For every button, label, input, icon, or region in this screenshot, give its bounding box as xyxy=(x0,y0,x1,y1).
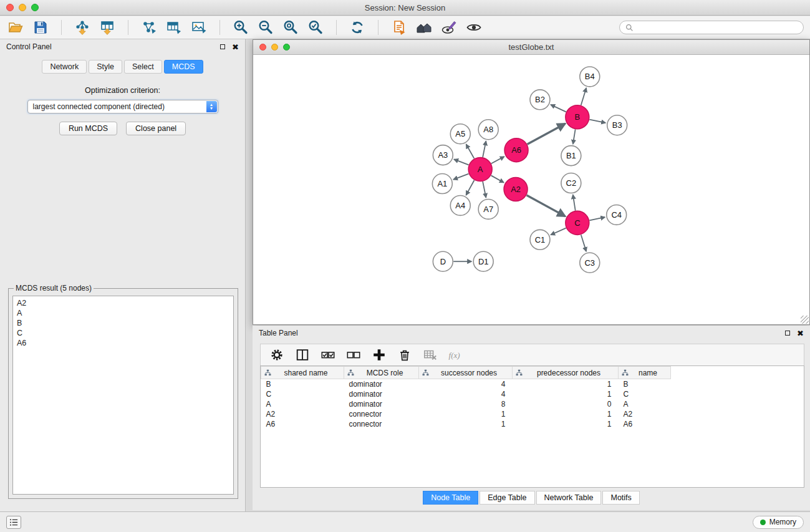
edge-B-B3[interactable] xyxy=(589,120,605,123)
resize-grip[interactable] xyxy=(801,316,809,324)
tab-select[interactable]: Select xyxy=(124,60,162,74)
cell-mcds-role: connector xyxy=(344,409,419,419)
open-folder-icon[interactable] xyxy=(6,18,25,37)
zoom-in-icon[interactable] xyxy=(231,18,250,37)
close-panel-button[interactable]: Close panel xyxy=(126,122,186,135)
add-row-icon[interactable] xyxy=(371,347,387,363)
cell-name: B xyxy=(619,379,671,389)
table-row[interactable]: Bdominator41B xyxy=(261,379,804,389)
edge-B-B4[interactable] xyxy=(581,88,587,105)
minimize-network-window-button[interactable] xyxy=(271,44,278,51)
export-web-document-icon[interactable] xyxy=(390,18,408,37)
zoom-out-icon[interactable] xyxy=(256,18,275,37)
tab-network[interactable]: Network xyxy=(42,60,87,74)
edge-B-B1[interactable] xyxy=(573,129,576,143)
edge-A-A5[interactable] xyxy=(466,144,475,158)
column-header-successor-nodes[interactable]: successor nodes xyxy=(419,367,513,379)
mcds-result-item[interactable]: B xyxy=(17,318,229,328)
table-row[interactable]: Cdominator41C xyxy=(261,389,804,399)
dropdown-stepper-icon: ▲▼ xyxy=(206,101,217,112)
edge-A6-B[interactable] xyxy=(528,123,566,144)
refresh-layout-icon[interactable] xyxy=(348,18,367,37)
edge-C-C4[interactable] xyxy=(589,217,605,220)
eye-brush-icon[interactable] xyxy=(440,18,458,37)
select-all-icon[interactable] xyxy=(320,347,336,363)
table-row[interactable]: A6connector11A6 xyxy=(261,419,804,429)
float-panel-icon[interactable] xyxy=(220,44,225,49)
import-network-icon[interactable] xyxy=(73,18,92,37)
import-table-icon[interactable] xyxy=(98,18,117,37)
column-header-predecessor-nodes[interactable]: predecessor nodes xyxy=(513,367,619,379)
toolbar-separator xyxy=(61,20,62,35)
eye-icon[interactable] xyxy=(465,18,483,37)
mcds-result-item[interactable]: A6 xyxy=(17,338,229,348)
edge-A-A2[interactable] xyxy=(491,175,504,182)
edge-A-A1[interactable] xyxy=(453,174,468,180)
zoom-window-button[interactable] xyxy=(31,4,39,11)
column-type-icon xyxy=(516,369,523,376)
zoom-fit-icon[interactable] xyxy=(281,18,300,37)
mcds-result-item[interactable]: A xyxy=(17,308,229,318)
edge-C-C3[interactable] xyxy=(581,235,586,251)
criterion-dropdown[interactable]: largest connected component (directed) ▲… xyxy=(27,100,218,114)
zoom-network-window-button[interactable] xyxy=(283,44,290,51)
tab-network-table[interactable]: Network Table xyxy=(536,491,602,505)
columns-icon[interactable] xyxy=(294,347,311,363)
export-network-icon[interactable] xyxy=(140,18,158,37)
edge-A-A3[interactable] xyxy=(454,159,469,165)
cell-mcds-role: dominator xyxy=(344,399,419,409)
tab-mcds[interactable]: MCDS xyxy=(164,60,203,74)
minimize-window-button[interactable] xyxy=(19,4,26,11)
mcds-result-item[interactable]: A2 xyxy=(17,298,229,308)
close-network-window-button[interactable] xyxy=(259,44,266,51)
column-header-name[interactable]: name xyxy=(619,367,671,379)
tab-style[interactable]: Style xyxy=(89,60,122,74)
tab-motifs[interactable]: Motifs xyxy=(602,491,639,505)
export-table-icon[interactable] xyxy=(165,18,183,37)
cell-predecessor-nodes: 0 xyxy=(513,399,619,409)
edge-A-A6[interactable] xyxy=(491,157,504,163)
zoom-selected-icon[interactable] xyxy=(306,18,325,37)
close-table-panel-icon[interactable]: ✖ xyxy=(797,329,804,337)
network-window-controls xyxy=(259,44,290,51)
main-toolbar xyxy=(0,16,810,39)
memory-button-label: Memory xyxy=(769,518,796,526)
table-row[interactable]: A2connector11A2 xyxy=(261,409,804,419)
edge-B-B2[interactable] xyxy=(551,105,566,112)
table-panel-header: Table Panel ✖ xyxy=(253,326,810,341)
mcds-result-list[interactable]: A2ABCA6 xyxy=(12,296,234,495)
cell-filler xyxy=(671,379,804,389)
tab-edge-table[interactable]: Edge Table xyxy=(480,491,534,505)
column-header-mcds-role[interactable]: MCDS role xyxy=(344,367,419,379)
column-header-shared-name[interactable]: shared name xyxy=(261,367,344,379)
cell-successor-nodes: 8 xyxy=(419,399,513,409)
export-image-icon[interactable] xyxy=(190,18,208,37)
optimization-criterion-label: Optimization criterion: xyxy=(0,86,245,95)
edge-A-A7[interactable] xyxy=(483,181,486,198)
mcds-result-item[interactable]: C xyxy=(17,328,229,338)
function-builder-icon[interactable]: f(x) xyxy=(448,347,464,363)
search-input[interactable] xyxy=(637,23,798,32)
delete-row-icon[interactable] xyxy=(397,347,413,363)
float-table-panel-icon[interactable] xyxy=(785,331,790,336)
edge-A-A8[interactable] xyxy=(483,141,486,157)
deselect-all-icon[interactable] xyxy=(345,347,362,363)
network-canvas[interactable]: B4B2BB3B1A5A8A6A3AA1A4A7A2C2C4CC1C3DD1 xyxy=(253,56,809,324)
cell-shared-name: B xyxy=(261,379,344,389)
memory-button[interactable]: Memory xyxy=(753,516,804,529)
gear-icon[interactable] xyxy=(269,347,285,363)
run-mcds-button[interactable]: Run MCDS xyxy=(59,122,117,135)
close-panel-icon[interactable]: ✖ xyxy=(232,43,239,51)
search-field[interactable] xyxy=(619,21,804,34)
edge-A-A4[interactable] xyxy=(466,180,474,195)
edge-C-C1[interactable] xyxy=(551,228,566,235)
houses-icon[interactable] xyxy=(415,18,433,37)
table-row[interactable]: Adominator80A xyxy=(261,399,804,409)
task-list-button[interactable] xyxy=(6,516,21,529)
edge-C-C2[interactable] xyxy=(573,195,576,210)
save-icon[interactable] xyxy=(31,18,50,37)
tab-node-table[interactable]: Node Table xyxy=(423,491,478,505)
close-window-button[interactable] xyxy=(6,4,14,11)
delete-table-icon[interactable] xyxy=(422,347,438,363)
edge-A2-C[interactable] xyxy=(527,195,566,216)
